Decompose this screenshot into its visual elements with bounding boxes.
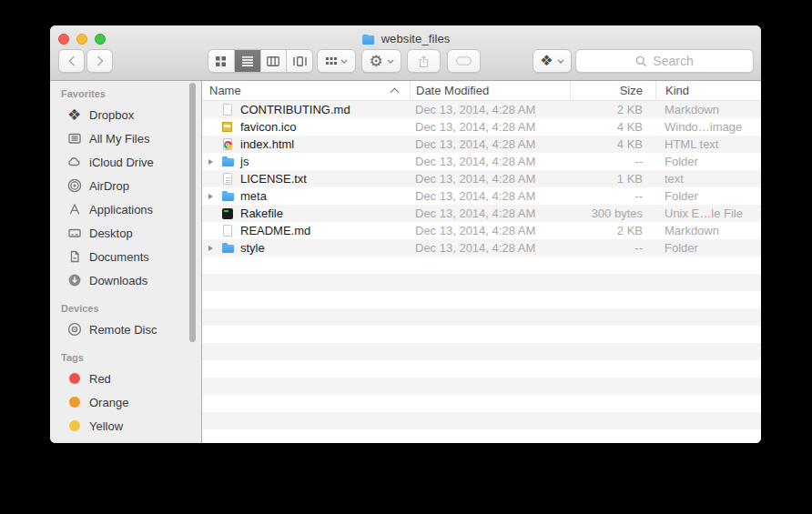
file-row-license-txt[interactable]: LICENSE.txtDec 13, 2014, 4:28 AM1 KBtext — [202, 170, 761, 187]
size-cell: 2 KB — [570, 224, 655, 237]
file-name-label: README.md — [240, 224, 310, 237]
search-placeholder: Search — [653, 54, 693, 68]
file-name-label: Rakefile — [240, 207, 283, 220]
sidebar-item-label: Yellow — [89, 419, 123, 433]
close-button[interactable] — [58, 34, 69, 45]
column-header-date-modified[interactable]: Date Modified — [410, 81, 570, 100]
list-view-button[interactable] — [234, 50, 260, 72]
disclosure-triangle[interactable] — [208, 159, 220, 165]
ico-file-icon — [220, 120, 235, 135]
arrange-icon — [326, 57, 337, 66]
sidebar-item-downloads[interactable]: Downloads — [50, 268, 201, 292]
sidebar-item-airdrop[interactable]: AirDrop — [50, 174, 201, 197]
disclosure-triangle[interactable] — [208, 246, 220, 251]
sidebar-item-applications[interactable]: Applications — [50, 197, 201, 221]
share-button[interactable] — [407, 49, 441, 73]
size-cell: -- — [570, 155, 655, 168]
file-row-index-html[interactable]: index.htmlDec 13, 2014, 4:28 AM4 KBHTML … — [202, 136, 761, 153]
remote-disc-icon — [66, 322, 82, 338]
sidebar-item-documents[interactable]: Documents — [50, 245, 201, 268]
file-name-cell: favicon.ico — [202, 120, 410, 135]
chevron-down-icon — [340, 59, 348, 64]
file-row-favicon-ico[interactable]: favicon.icoDec 13, 2014, 4:28 AM4 KBWind… — [202, 118, 761, 136]
sidebar-item-desktop[interactable]: Desktop — [50, 221, 201, 245]
window-body: Favorites❖DropboxAll My FilesiCloud Driv… — [50, 81, 761, 443]
zoom-button[interactable] — [95, 34, 106, 45]
folder-proxy-icon — [361, 32, 376, 45]
file-name-label: LICENSE.txt — [240, 172, 307, 186]
column-header-label: Date Modified — [416, 84, 489, 97]
kind-cell: HTML text — [655, 137, 761, 151]
sidebar-item-label: AirDrop — [89, 179, 129, 193]
tag-icon — [456, 56, 472, 66]
yellow-tag-icon — [66, 418, 82, 434]
column-header-size[interactable]: Size — [570, 81, 655, 100]
file-row-rakefile[interactable]: RakefileDec 13, 2014, 4:28 AM300 bytesUn… — [202, 205, 761, 222]
share-icon — [418, 55, 430, 68]
exec-file-icon — [220, 207, 235, 221]
size-cell: 2 KB — [570, 103, 655, 116]
size-cell: 300 bytes — [570, 207, 655, 220]
triangle-right-icon — [208, 159, 213, 165]
dropbox-button[interactable]: ❖ — [533, 49, 572, 73]
sidebar-section-label: Favorites — [50, 85, 201, 103]
back-button[interactable] — [58, 49, 85, 73]
sidebar-item-dropbox[interactable]: ❖Dropbox — [50, 103, 201, 126]
kind-cell: Markdown — [655, 103, 761, 116]
file-row-meta[interactable]: metaDec 13, 2014, 4:28 AM--Folder — [202, 187, 761, 205]
tag-button[interactable] — [447, 49, 481, 73]
action-button[interactable]: ⚙ — [361, 49, 401, 73]
disclosure-triangle[interactable] — [208, 194, 220, 199]
sidebar-section-favorites: Favorites❖DropboxAll My FilesiCloud Driv… — [50, 85, 201, 292]
column-view-icon — [267, 56, 279, 66]
icon-view-button[interactable] — [208, 50, 234, 72]
column-header-name[interactable]: Name — [202, 81, 410, 100]
file-name-label: style — [240, 241, 265, 255]
file-row-js[interactable]: jsDec 13, 2014, 4:28 AM--Folder — [202, 153, 761, 170]
file-name-label: meta — [240, 189, 267, 203]
sidebar-item-label: Orange — [89, 396, 128, 409]
minimize-button[interactable] — [76, 34, 87, 45]
forward-button[interactable] — [86, 49, 113, 73]
sidebar-scrollbar[interactable] — [189, 83, 196, 342]
dropbox-icon: ❖ — [540, 54, 553, 68]
chevron-down-icon — [557, 59, 564, 64]
screenshot-canvas: { "window": { "title": "website_files" }… — [0, 0, 812, 514]
coverflow-view-button[interactable] — [286, 50, 312, 72]
folder-file-icon — [220, 155, 235, 169]
orange-tag-icon — [66, 395, 82, 410]
kind-cell: Folder — [655, 241, 761, 255]
column-header-label: Size — [620, 84, 643, 97]
file-name-cell: index.html — [202, 137, 410, 152]
file-row-readme-md[interactable]: README.mdDec 13, 2014, 4:28 AM2 KBMarkdo… — [202, 222, 761, 239]
chrome-logo-icon — [224, 141, 232, 149]
sidebar-item-orange[interactable]: Orange — [50, 390, 201, 414]
file-name-cell: meta — [202, 189, 410, 204]
column-header-kind[interactable]: Kind — [655, 81, 761, 100]
sidebar-item-red[interactable]: Red — [50, 367, 201, 390]
file-row-contributing-md[interactable]: CONTRIBUTING.mdDec 13, 2014, 4:28 AM2 KB… — [202, 101, 761, 118]
file-name-cell: js — [202, 155, 410, 169]
kind-cell: Folder — [655, 189, 761, 203]
kind-cell: Unix E…le File — [655, 207, 761, 220]
arrange-button[interactable] — [317, 49, 356, 73]
search-input[interactable]: Search — [575, 49, 754, 73]
sidebar-item-icloud-drive[interactable]: iCloud Drive — [50, 150, 201, 174]
sidebar-item-label: Downloads — [89, 274, 147, 287]
doc-lines-file-icon — [220, 172, 235, 186]
kind-cell: text — [655, 172, 761, 186]
file-list: NameDate ModifiedSizeKind CONTRIBUTING.m… — [202, 81, 761, 443]
file-name-label: index.html — [240, 137, 294, 151]
column-header-label: Kind — [665, 84, 689, 97]
icloud-drive-icon — [66, 155, 82, 170]
sidebar-item-yellow[interactable]: Yellow — [50, 414, 201, 438]
column-view-button[interactable] — [260, 50, 287, 72]
sidebar-item-all-my-files[interactable]: All My Files — [50, 126, 201, 150]
airdrop-icon — [66, 178, 82, 194]
sidebar-item-label: Remote Disc — [89, 323, 157, 337]
sidebar-item-label: All My Files — [89, 132, 149, 146]
sidebar-item-remote-disc[interactable]: Remote Disc — [50, 317, 201, 341]
sort-ascending-icon — [391, 88, 400, 97]
file-row-style[interactable]: styleDec 13, 2014, 4:28 AM--Folder — [202, 239, 761, 257]
sidebar-section-tags: TagsRedOrangeYellow — [50, 348, 201, 438]
